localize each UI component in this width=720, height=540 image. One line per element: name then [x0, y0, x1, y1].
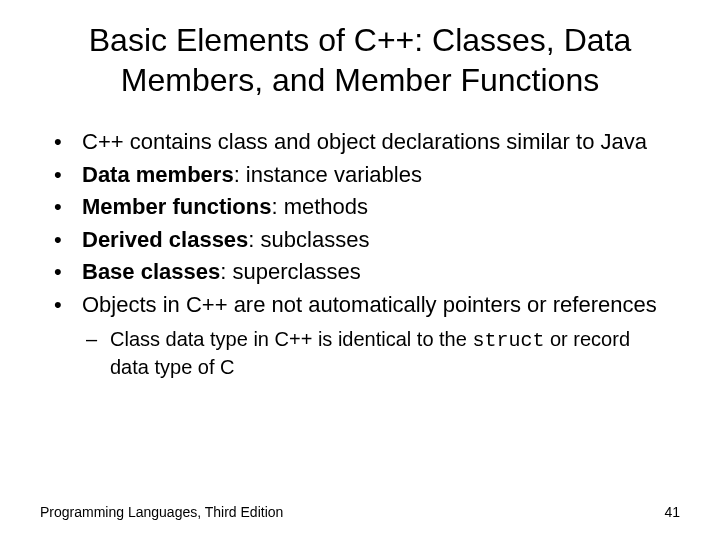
- bullet-text: Member functions: methods: [82, 193, 670, 222]
- bold-term: Derived classes: [82, 227, 248, 252]
- list-item: • Derived classes: subclasses: [50, 226, 670, 255]
- slide-title: Basic Elements of C++: Classes, Data Mem…: [0, 20, 720, 100]
- bullet-dot-icon: •: [50, 226, 82, 255]
- bullet-dot-icon: •: [50, 291, 82, 320]
- bullet-rest: : instance variables: [234, 162, 422, 187]
- bullet-text: Objects in C++ are not automatically poi…: [82, 291, 670, 320]
- footer-source: Programming Languages, Third Edition: [40, 504, 283, 520]
- bullet-list: • C++ contains class and object declarat…: [0, 128, 720, 380]
- bullet-rest: : methods: [271, 194, 368, 219]
- bullet-text: C++ contains class and object declaratio…: [82, 128, 670, 157]
- page-number: 41: [664, 504, 680, 520]
- bold-term: Member functions: [82, 194, 271, 219]
- slide-footer: Programming Languages, Third Edition 41: [0, 504, 720, 520]
- bullet-dot-icon: •: [50, 161, 82, 190]
- bold-term: Base classes: [82, 259, 220, 284]
- bullet-text: Base classes: superclasses: [82, 258, 670, 287]
- bullet-dot-icon: •: [50, 128, 82, 157]
- sub-pre: Class data type in C++ is identical to t…: [110, 328, 472, 350]
- bullet-dot-icon: •: [50, 193, 82, 222]
- code-term: struct: [472, 329, 544, 352]
- dash-icon: –: [86, 326, 110, 380]
- list-item: • Objects in C++ are not automatically p…: [50, 291, 670, 320]
- bold-term: Data members: [82, 162, 234, 187]
- bullet-rest: : subclasses: [248, 227, 369, 252]
- bullet-rest: : superclasses: [220, 259, 361, 284]
- list-item: • Base classes: superclasses: [50, 258, 670, 287]
- sub-list-item: – Class data type in C++ is identical to…: [50, 326, 670, 380]
- bullet-text: Data members: instance variables: [82, 161, 670, 190]
- list-item: • Member functions: methods: [50, 193, 670, 222]
- sub-bullet-text: Class data type in C++ is identical to t…: [110, 326, 670, 380]
- bullet-dot-icon: •: [50, 258, 82, 287]
- list-item: • C++ contains class and object declarat…: [50, 128, 670, 157]
- bullet-text: Derived classes: subclasses: [82, 226, 670, 255]
- list-item: • Data members: instance variables: [50, 161, 670, 190]
